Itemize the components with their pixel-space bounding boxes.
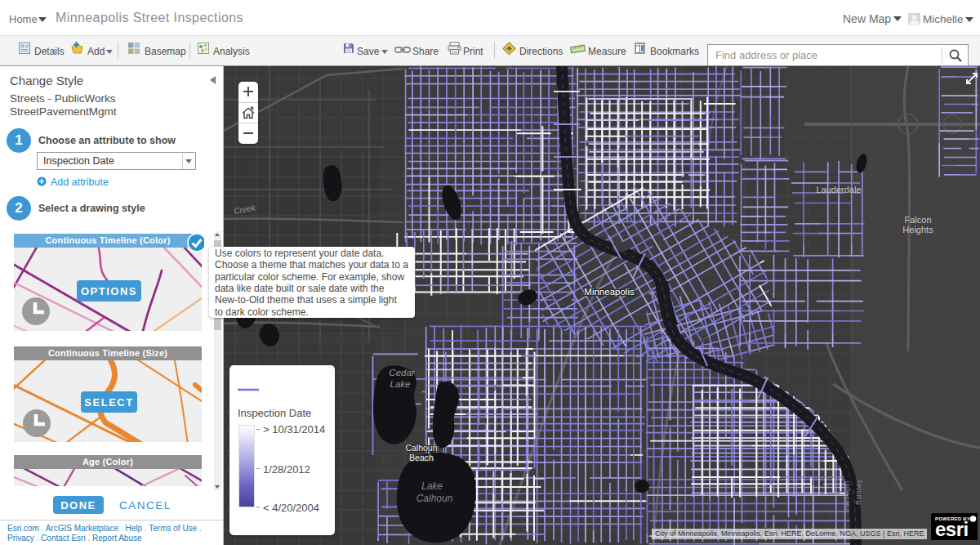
svg-text:Cedar: Cedar — [389, 368, 415, 377]
svg-text:Lake: Lake — [390, 379, 411, 389]
svg-text:Calhoun: Calhoun — [405, 443, 437, 453]
svg-text:Minneapolis: Minneapolis — [584, 287, 635, 297]
svg-text:Falcon: Falcon — [904, 215, 931, 225]
svg-text:Lauderdale: Lauderdale — [816, 185, 861, 194]
svg-text:Heights: Heights — [902, 225, 933, 235]
svg-text:Hennepin: Hennepin — [843, 480, 851, 511]
svg-text:Calhoun: Calhoun — [416, 493, 453, 504]
svg-text:Lake: Lake — [421, 480, 443, 492]
svg-text:Beach: Beach — [409, 453, 434, 462]
svg-text:Ramsey: Ramsey — [854, 479, 862, 505]
